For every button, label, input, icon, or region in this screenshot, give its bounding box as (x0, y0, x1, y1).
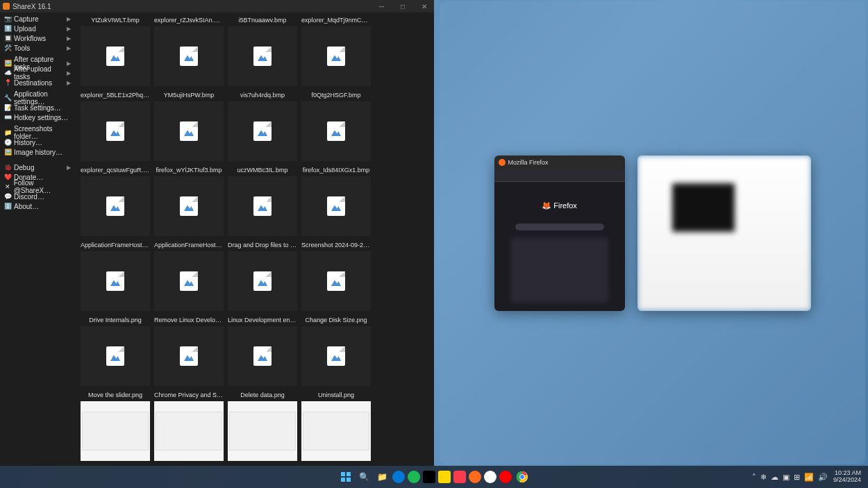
music-icon[interactable] (453, 471, 466, 483)
tray-chevron-icon[interactable]: ˄ (752, 473, 756, 482)
file-item[interactable]: Uninstall.png (301, 390, 371, 461)
file-thumbnail (228, 176, 297, 236)
spotify-icon[interactable] (408, 471, 420, 483)
file-name: vis7uh4rdq.bmp (240, 90, 285, 100)
titlebar[interactable]: ShareX 16.1 ─ □ ✕ (0, 0, 434, 12)
start-button[interactable] (338, 469, 353, 485)
file-item[interactable]: Linux Development enviro… (228, 315, 297, 386)
file-name: Drive Internals.png (89, 315, 142, 325)
sidebar-label: Upload (14, 25, 36, 33)
taskbar-clock[interactable]: 10:23 AM 9/24/2024 (833, 470, 861, 484)
explorer-icon[interactable]: 📁 (374, 469, 390, 485)
app-icon-1[interactable] (423, 471, 435, 483)
sidebar-item[interactable]: ☁️After upload tasks▶ (0, 68, 75, 78)
file-item[interactable]: f0Qtg2HSGF.bmp (301, 90, 371, 161)
sidebar-item[interactable]: 🖼️Image history… (0, 147, 75, 157)
youtube-icon[interactable] (499, 471, 512, 483)
taskbar: 🔍 📁 ˄ ❄ ☁ ▣ ⊞ 📶 🔊 10:23 AM 9/24/2024 (0, 466, 868, 488)
file-item[interactable]: explorer_rZJsvkSIAn.bmp (154, 15, 224, 86)
file-item[interactable]: Remove Linux Developme… (154, 315, 224, 386)
file-item[interactable]: Drive Internals.png (81, 315, 150, 386)
sidebar-icon: ❤️ (4, 174, 11, 180)
firefox-tiles-mock (511, 237, 608, 303)
file-item[interactable]: explorer_MqdTj9nmCe.bmp (301, 15, 371, 86)
bmp-file-icon (106, 47, 124, 66)
dark-block (672, 183, 735, 232)
file-item[interactable]: firefox_Ids84IXGx1.bmp (301, 165, 371, 236)
firefox-taskbar-icon[interactable] (469, 471, 481, 483)
svg-point-6 (520, 475, 525, 480)
file-item[interactable]: YM5ujiHsPW.bmp (154, 90, 224, 161)
sidebar-item[interactable]: ⌨️Hotkey settings… (0, 112, 75, 122)
tray-icon-2[interactable]: ▣ (783, 473, 790, 482)
sidebar-icon: 📍 (4, 79, 11, 86)
chevron-right-icon: ▶ (67, 70, 71, 76)
sidebar-icon: 💬 (4, 193, 11, 200)
file-name: Chrome Privacy and Securi… (154, 390, 224, 400)
tray-icon-3[interactable]: ⊞ (794, 473, 800, 482)
chevron-right-icon: ▶ (67, 80, 71, 86)
file-item[interactable]: vis7uh4rdq.bmp (228, 90, 297, 161)
file-item[interactable]: Delete data.png (228, 390, 297, 461)
minimize-button[interactable]: ─ (375, 3, 388, 10)
volume-icon[interactable]: 🔊 (818, 473, 828, 482)
sidebar-item[interactable]: 🐞Debug▶ (0, 162, 75, 172)
sidebar-item[interactable]: 📷Capture▶ (0, 14, 75, 24)
chrome-icon[interactable] (515, 469, 530, 485)
file-item[interactable]: ApplicationFrameHost_Kd… (154, 240, 224, 311)
sidebar-item[interactable]: ℹ️About… (0, 201, 75, 211)
file-name: i5BTnuaawv.bmp (239, 15, 287, 25)
sidebar-label: Tools (14, 44, 30, 52)
file-name: Change Disk Size.png (305, 315, 367, 325)
app-icon-2[interactable] (438, 471, 451, 483)
sidebar-item[interactable]: 🔲Workflows▶ (0, 33, 75, 43)
close-button[interactable]: ✕ (417, 3, 431, 10)
sidebar-icon: 🔧 (4, 94, 11, 101)
file-name: YM5ujiHsPW.bmp (164, 90, 215, 100)
search-icon[interactable]: 🔍 (356, 469, 372, 485)
file-thumbnail (81, 26, 150, 86)
edge-icon[interactable] (392, 471, 405, 483)
snap-preview-firefox[interactable]: Mozilla Firefox 🦊 Firefox (494, 155, 625, 311)
wifi-icon[interactable]: 📶 (804, 473, 814, 482)
file-item[interactable]: Chrome Privacy and Securi… (154, 390, 224, 461)
bmp-file-icon (180, 47, 198, 66)
file-item[interactable]: Screenshot 2024-09-21 12… (301, 240, 371, 311)
file-item[interactable]: Change Disk Size.png (301, 315, 371, 386)
file-item[interactable]: firefox_wYlJKTIuf3.bmp (154, 165, 224, 236)
chevron-right-icon: ▶ (67, 60, 71, 67)
snap-preview-second[interactable] (637, 155, 811, 311)
system-tray[interactable]: ˄ ❄ ☁ ▣ ⊞ 📶 🔊 (752, 473, 828, 482)
sidebar-icon: 🐞 (4, 164, 11, 171)
file-item[interactable]: explorer_qcsIuwFguR.bmp (81, 165, 150, 236)
bmp-file-icon (180, 196, 198, 216)
maximize-button[interactable]: □ (397, 3, 409, 10)
file-item[interactable]: Drag and Drop files to Goo… (228, 240, 297, 311)
bmp-file-icon (106, 271, 124, 291)
file-item[interactable]: explorer_5BLE1x2Phq.bmp (81, 90, 150, 161)
file-thumbnail (301, 101, 371, 161)
app-title: ShareX 16.1 (12, 3, 51, 10)
tray-icon[interactable]: ❄ (760, 473, 767, 482)
snap-assist-area: Mozilla Firefox 🦊 Firefox (440, 1, 865, 464)
file-thumbnail (301, 251, 371, 311)
sidebar-item[interactable]: 🛠️Tools▶ (0, 43, 75, 53)
svg-rect-2 (341, 478, 345, 482)
chevron-right-icon: ▶ (67, 16, 71, 22)
teams-icon[interactable] (484, 471, 496, 483)
file-item[interactable]: ApplicationFrameHost_Gc… (81, 240, 150, 311)
screenshot-thumb (82, 412, 149, 451)
sidebar-item[interactable]: 📁Screenshots folder… (0, 128, 75, 137)
sidebar-item[interactable]: ⬆️Upload▶ (0, 24, 75, 33)
file-name: explorer_qcsIuwFguR.bmp (81, 165, 150, 175)
file-item[interactable]: i5BTnuaawv.bmp (228, 15, 297, 86)
bmp-file-icon (180, 121, 198, 141)
onedrive-icon[interactable]: ☁ (771, 473, 778, 482)
file-item[interactable]: uczWMBc3IL.bmp (228, 165, 297, 236)
sidebar-item[interactable]: ✕Follow @ShareX… (0, 182, 75, 192)
sidebar-label: Task settings… (14, 104, 61, 112)
sidebar-item[interactable]: 🔧Application settings… (0, 93, 75, 103)
file-item[interactable]: YtZukVIWLT.bmp (81, 15, 150, 86)
file-thumbnail (154, 101, 224, 161)
file-item[interactable]: Move the slider.png (81, 390, 150, 461)
